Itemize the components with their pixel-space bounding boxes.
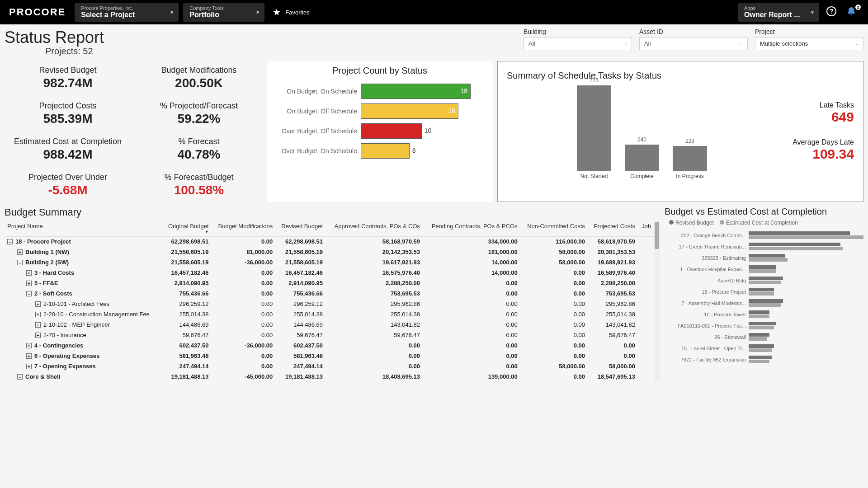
table-row[interactable]: +2-70 - Insurance59,676.470.0059,676.475… [5, 330, 654, 340]
chevron-down-icon: ⌵ [624, 41, 627, 46]
svg-text:?: ? [830, 8, 834, 15]
chart-bar[interactable]: 15 - Laurel Street - Open Tr... [665, 343, 863, 354]
filter-asset-select[interactable]: All ⌵ [639, 37, 748, 50]
chart-bar[interactable]: FA010110-001 - Procore Fac... [665, 320, 863, 331]
chevron-down-icon: ▼ [810, 10, 815, 15]
chevron-down-icon: ▼ [170, 10, 174, 15]
collapse-icon[interactable]: - [17, 260, 23, 265]
chart-bar[interactable]: 240Complete [625, 145, 659, 179]
filter-asset: Asset ID All ⌵ [639, 28, 748, 50]
chart-bar[interactable]: 18 - Procore Project [665, 286, 863, 297]
chart-bar[interactable]: On Budget, Off Schedule16 [271, 101, 488, 121]
project-selector[interactable]: Procore Properties, Inc. Select a Projec… [75, 3, 179, 22]
kpi-label: Estimated Cost at Completion [14, 137, 122, 146]
expand-icon[interactable]: + [35, 322, 41, 328]
chevron-down-icon: ▼ [255, 10, 260, 15]
table-row[interactable]: +2-10-101 - Architect Fees296,259.120.00… [5, 299, 654, 309]
chart-bar[interactable]: 775Not Started [577, 85, 611, 179]
kpi-label: % Forecast/Budget [145, 173, 253, 182]
kpi-value: -5.68M [14, 183, 122, 197]
budget-summary-section: Budget Summary Project NameOriginal Budg… [5, 206, 660, 382]
table-row[interactable]: -Core & Shell19,181,488.13-45,000.0019,1… [5, 371, 654, 382]
chart-bar[interactable]: 229In Progress [673, 146, 707, 179]
logo: PROCORE [9, 6, 70, 18]
chart-schedule-tasks-by-status: Summary of Schedule Tasks by Status 775N… [497, 61, 863, 202]
table-row[interactable]: -18 - Procore Project62,298,698.510.0062… [5, 236, 654, 247]
table-row[interactable]: +6 - Operating Expenses581,963.480.00581… [5, 351, 654, 361]
expand-icon[interactable]: + [26, 343, 32, 348]
expand-icon[interactable]: + [35, 312, 41, 317]
chart-budget-vs-estimated: Budget vs Estimated Cost at Completion R… [665, 206, 863, 382]
chart-bar[interactable]: 7 - Assembly Hall Moderniz... [665, 297, 863, 309]
chart-bar[interactable]: 26 - Stonewall [665, 331, 863, 343]
kpi-value: 585.39M [14, 112, 122, 126]
tool-selector[interactable]: Company Tools Portfolio ▼ [183, 3, 264, 22]
kpi-label: Projected Over Under [14, 173, 122, 182]
table-row[interactable]: +2-20-10 - Construction Management Fee25… [5, 309, 654, 319]
table-row[interactable]: +2-10-102 - MEP Engineer144,486.690.0014… [5, 319, 654, 330]
expand-icon[interactable]: + [17, 249, 23, 255]
chevron-down-icon: ⌵ [856, 41, 859, 46]
budget-summary-table[interactable]: Project NameOriginal Budget▼Budget Modif… [5, 221, 654, 382]
expand-icon[interactable]: + [26, 353, 32, 359]
kpi-label: % Forecast [145, 137, 253, 146]
chart-bar[interactable]: 202 - Orange Beach Comm... [665, 230, 863, 241]
notification-badge: 2 [855, 5, 861, 10]
table-row[interactable]: +4 - Contingencies602,437.50-36,000.0060… [5, 340, 654, 351]
expand-icon[interactable]: + [26, 281, 32, 286]
favorites-link[interactable]: ★ Favorites [273, 7, 309, 18]
kpi-value: 982.74M [14, 76, 122, 90]
notifications-icon[interactable]: 2 [844, 6, 859, 19]
filter-building: Building All ⌵ [524, 28, 632, 50]
table-row[interactable]: -2 - Soft Costs755,436.660.00755,436.667… [5, 288, 654, 299]
filter-project: Project Multiple selections ⌵ [755, 28, 863, 50]
table-row[interactable]: +7 - Opening Expenses247,494.140.00247,4… [5, 361, 654, 371]
chart-bar[interactable]: Over Budget, On Schedule8 [271, 141, 488, 161]
kpi-value: 100.58% [145, 183, 253, 197]
expand-icon[interactable]: + [26, 270, 32, 276]
chevron-down-icon: ⌵ [740, 41, 743, 46]
chart-bar[interactable]: Over Budget, Off Schedule10 [271, 121, 488, 141]
kpi-label: Revised Budget [14, 66, 122, 75]
chart-project-count-by-status: Project Count by Status On Budget, On Sc… [267, 61, 493, 202]
expand-icon[interactable]: + [35, 301, 41, 307]
table-row[interactable]: +3 - Hard Costs16,457,182.460.0016,457,1… [5, 267, 654, 278]
kpi-column-left: Revised Budget982.74MProjected Costs585.… [5, 61, 131, 202]
chart-bar[interactable]: 1 - Overlook Hospital Expan... [665, 263, 863, 275]
apps-selector[interactable]: Apps Owner Report ... ▼ [738, 3, 819, 22]
table-row[interactable]: -Building 2 (SW)21,558,605.19-36,000.002… [5, 257, 654, 267]
chart-bar[interactable]: Kane10 Bldg [665, 275, 863, 286]
page-title: Status Report [5, 28, 104, 47]
filter-building-select[interactable]: All ⌵ [524, 37, 632, 50]
project-count: Projects: 52 [5, 46, 104, 56]
table-scrollbar[interactable] [654, 221, 660, 382]
page-header: Status Report Projects: 52 Building All … [0, 24, 868, 56]
table-row[interactable]: +5 - FF&E2,914,090.950.002,914,090.952,2… [5, 278, 654, 288]
expand-icon[interactable]: + [35, 333, 41, 338]
kpi-column-right: Budget Modifications200.50K% Projected/F… [136, 61, 262, 202]
help-icon[interactable]: ? [824, 6, 839, 19]
kpi-label: Budget Modifications [145, 66, 253, 75]
star-icon: ★ [273, 7, 281, 18]
collapse-icon[interactable]: - [26, 291, 32, 296]
chart-bar[interactable]: 7372 - Facility 352 Expansion [665, 354, 863, 365]
table-row[interactable]: +Building 1 (NW)21,558,605.1981,000.0021… [5, 247, 654, 257]
filter-project-select[interactable]: Multiple selections ⌵ [755, 37, 863, 50]
chart-bar[interactable]: 10 - Procore Tower [665, 309, 863, 320]
kpi-label: % Projected/Forecast [145, 101, 253, 111]
collapse-icon[interactable]: - [7, 239, 13, 244]
kpi-value: 59.22% [145, 112, 253, 126]
kpi-label: Projected Costs [14, 101, 122, 111]
expand-icon[interactable]: + [26, 364, 32, 369]
chart-bar[interactable]: 325325 - Estimating [665, 252, 863, 263]
chart-legend: Revised Budget Estimated Cost at Complet… [665, 220, 863, 226]
kpi-value: 200.50K [145, 76, 253, 90]
kpi-value: 988.42M [14, 147, 122, 162]
collapse-icon[interactable]: - [17, 374, 23, 380]
kpi-value: 40.78% [145, 147, 253, 162]
top-navbar: PROCORE Procore Properties, Inc. Select … [0, 0, 868, 24]
chart-bar[interactable]: 17 - Green Thumb Renewab... [665, 241, 863, 252]
chart-bar[interactable]: On Budget, On Schedule18 [271, 81, 488, 101]
